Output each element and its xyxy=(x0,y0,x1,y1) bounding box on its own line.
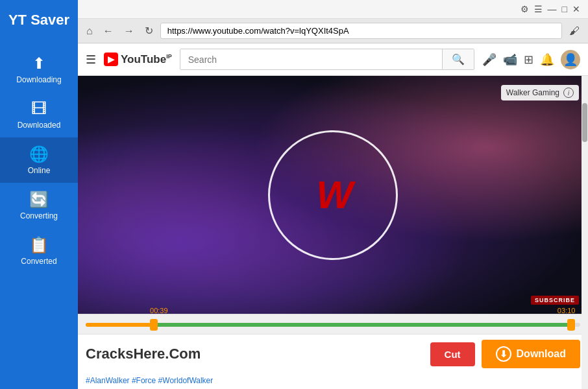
timeline-progress xyxy=(86,323,155,327)
downloading-icon: ⬆ xyxy=(32,54,45,73)
cut-button[interactable]: Cut xyxy=(430,342,475,366)
right-handle[interactable] xyxy=(567,319,575,331)
timeline-bar: 00:39 03:10 xyxy=(86,318,580,331)
app-title: YT Saver xyxy=(8,6,69,34)
video-container: W Walker Gaming i SUBSCRIBE xyxy=(78,76,588,314)
sidebar-item-downloading[interactable]: ⬆ Downloading xyxy=(0,47,78,92)
channel-name: Walker Gaming xyxy=(506,88,559,97)
search-bar: 🔍 xyxy=(180,49,474,70)
forward-btn[interactable]: → xyxy=(121,24,138,38)
app-topbar: ⚙ ☰ — □ ✕ xyxy=(78,0,588,19)
watermark-text: CracksHere.Com xyxy=(86,346,424,362)
main-area: ⚙ ☰ — □ ✕ ⌂ ← → ↻ 🖌 ☰ ▶ YouTubeIP 🔍 🎤 📹 … xyxy=(78,0,588,389)
bottom-bar: CracksHere.Com Cut ⬇ Download xyxy=(78,334,588,373)
avatar[interactable]: 👤 xyxy=(561,50,580,69)
sidebar-item-converting[interactable]: 🔄 Converting xyxy=(0,183,78,228)
sidebar-item-converted-label: Converted xyxy=(21,257,56,266)
youtube-logo[interactable]: ▶ YouTubeIP xyxy=(104,53,172,66)
hamburger-menu[interactable]: ☰ xyxy=(86,53,96,67)
notifications-btn[interactable]: 🔔 xyxy=(540,53,554,67)
sidebar-item-converted[interactable]: 📋 Converted xyxy=(0,228,78,274)
converting-icon: 🔄 xyxy=(29,191,49,209)
online-icon: 🌐 xyxy=(29,145,49,163)
download-label: Download xyxy=(517,348,566,360)
sidebar-item-downloaded[interactable]: 🎞 Downloaded xyxy=(0,92,78,137)
timeline-track xyxy=(86,323,580,327)
info-icon[interactable]: i xyxy=(563,88,574,98)
sidebar-item-downloading-label: Downloading xyxy=(16,75,61,84)
download-button[interactable]: ⬇ Download xyxy=(482,340,580,368)
yt-logo-sup: IP xyxy=(166,53,172,60)
scrollbar-track xyxy=(582,76,588,389)
sidebar-item-online[interactable]: 🌐 Online xyxy=(0,137,78,183)
left-handle[interactable] xyxy=(150,319,158,331)
channel-badge: Walker Gaming i xyxy=(501,85,579,100)
home-btn[interactable]: ⌂ xyxy=(83,24,96,38)
maximize-btn[interactable]: □ xyxy=(559,3,570,16)
yt-logo-text: YouTubeIP xyxy=(121,53,172,66)
refresh-btn[interactable]: ↻ xyxy=(141,23,156,38)
youtube-header: ☰ ▶ YouTubeIP 🔍 🎤 📹 ⊞ 🔔 👤 xyxy=(78,43,588,76)
sidebar: YT Saver ⬆ Downloading 🎞 Downloaded 🌐 On… xyxy=(0,0,78,389)
download-circle-icon: ⬇ xyxy=(496,346,511,362)
scrollbar-thumb[interactable] xyxy=(582,103,587,142)
yt-header-icons: 🎤 📹 ⊞ 🔔 👤 xyxy=(482,50,580,69)
converted-icon: 📋 xyxy=(29,236,49,254)
create-video-btn[interactable]: 📹 xyxy=(503,53,517,67)
time-end-label: 03:10 xyxy=(557,307,576,314)
time-start-label: 00:39 xyxy=(150,307,168,314)
yt-logo-icon: ▶ xyxy=(104,53,118,66)
menu-icon-btn[interactable]: ☰ xyxy=(532,3,545,16)
sidebar-item-converting-label: Converting xyxy=(20,211,58,220)
minimize-btn[interactable]: — xyxy=(545,3,559,16)
microphone-btn[interactable]: 🎤 xyxy=(482,53,496,67)
trim-area: 00:39 03:10 xyxy=(78,314,588,334)
address-bar[interactable] xyxy=(160,23,562,39)
search-submit-btn[interactable]: 🔍 xyxy=(442,49,474,69)
timeline-selected xyxy=(155,323,570,327)
apps-grid-btn[interactable]: ⊞ xyxy=(524,53,533,67)
aw-logo: W xyxy=(316,172,350,217)
paint-brush-icon[interactable]: 🖌 xyxy=(566,24,583,38)
settings-icon-btn[interactable]: ⚙ xyxy=(518,3,532,16)
tags-bar: #AlanWalker #Force #WorldofWalker xyxy=(78,373,588,389)
content-area: W Walker Gaming i SUBSCRIBE 00:39 03:10 xyxy=(78,76,588,389)
sidebar-item-downloaded-label: Downloaded xyxy=(18,121,61,130)
video-thumbnail: W Walker Gaming i SUBSCRIBE xyxy=(78,76,588,314)
sidebar-item-online-label: Online xyxy=(28,166,51,175)
close-btn[interactable]: ✕ xyxy=(570,3,583,16)
back-btn[interactable]: ← xyxy=(100,24,117,38)
tags-text: #AlanWalker #Force #WorldofWalker xyxy=(86,376,213,385)
aw-circle: W xyxy=(268,130,398,260)
downloaded-icon: 🎞 xyxy=(31,100,47,118)
subscribe-badge: SUBSCRIBE xyxy=(531,296,579,305)
search-input[interactable] xyxy=(180,49,442,69)
browser-toolbar: ⌂ ← → ↻ 🖌 xyxy=(78,19,588,43)
